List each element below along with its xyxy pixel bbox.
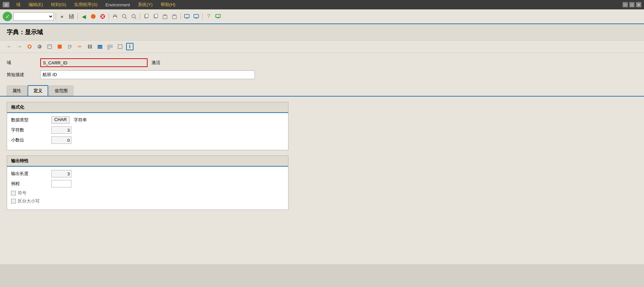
find2-button[interactable]: [130, 12, 138, 20]
svg-point-10: [122, 14, 126, 18]
menu-bar: ☰ 域 编辑(E) 转到(G) 实用程序(S) Environment 系统(Y…: [0, 0, 644, 9]
svg-point-3: [91, 14, 96, 19]
copy1-button[interactable]: [142, 12, 150, 20]
copy2-button[interactable]: [152, 12, 160, 20]
svg-rect-22: [184, 14, 189, 18]
tool7-button[interactable]: [86, 43, 94, 51]
maximize-button[interactable]: □: [629, 2, 635, 7]
toolbar-dropdown[interactable]: [13, 12, 54, 20]
svg-line-11: [125, 17, 127, 19]
tool4-button[interactable]: [56, 43, 64, 51]
svg-rect-35: [58, 45, 62, 49]
svg-rect-28: [216, 15, 220, 17]
tabs-container: 属性 定义 值范围: [0, 85, 644, 97]
output-group: 输出特性 输出长度 例程 符号 区分大: [7, 156, 288, 210]
tool6-button[interactable]: ✏: [76, 43, 84, 51]
svg-point-12: [132, 14, 135, 18]
svg-rect-15: [145, 14, 148, 17]
datatype-value: CHAR: [51, 116, 70, 124]
svg-point-30: [29, 46, 31, 48]
minimize-button[interactable]: ─: [623, 2, 628, 7]
app-icon: ☰: [3, 2, 9, 7]
paste2-button[interactable]: [170, 12, 178, 20]
svg-rect-25: [195, 18, 197, 18]
back-button[interactable]: ◀: [80, 12, 88, 20]
svg-rect-37: [88, 45, 90, 49]
datatype-row: 数据类型 CHAR 字符串: [11, 116, 284, 124]
charcount-label: 字符数: [11, 127, 51, 133]
outlength-row: 输出长度: [11, 170, 284, 177]
svg-rect-45: [118, 45, 122, 49]
close-button[interactable]: ✕: [636, 2, 641, 7]
back-skip-button[interactable]: «: [58, 12, 66, 20]
sub-toolbar: ← → ✏ i: [0, 41, 644, 53]
monitor-button[interactable]: [214, 12, 222, 20]
decimal-label: 小数位: [11, 137, 51, 143]
domain-status: 激活: [152, 60, 160, 66]
info-button[interactable]: i: [126, 43, 133, 50]
tab-range[interactable]: 值范围: [49, 85, 73, 96]
case-checkbox[interactable]: [11, 199, 16, 204]
svg-rect-39: [98, 45, 102, 46]
tool2-button[interactable]: [36, 43, 44, 51]
charcount-input[interactable]: [51, 126, 71, 134]
case-label: 区分大小写: [18, 198, 40, 204]
screen1-button[interactable]: [183, 12, 191, 20]
routine-input[interactable]: [51, 180, 71, 187]
tool10-button[interactable]: [116, 43, 124, 51]
tool5-button[interactable]: [66, 43, 74, 51]
confirm-button[interactable]: ✓: [3, 12, 12, 21]
svg-rect-2: [70, 16, 73, 18]
cancel-button[interactable]: [99, 12, 107, 20]
desc-label: 简短描述: [7, 72, 40, 78]
svg-rect-8: [114, 14, 116, 16]
format-group: 格式化 数据类型 CHAR 字符串 字符数 小数位: [7, 102, 288, 150]
window-controls: ─ □ ✕: [623, 2, 641, 7]
menu-help[interactable]: 帮助(H): [159, 1, 177, 8]
tool9-button[interactable]: [106, 43, 114, 51]
menu-utilities[interactable]: 实用程序(S): [73, 1, 99, 8]
save-button[interactable]: [67, 12, 75, 20]
form-area: 域 激活 简短描述: [0, 53, 644, 85]
flag-button[interactable]: [89, 12, 97, 20]
tool3-button[interactable]: [46, 43, 54, 51]
separator-3: [109, 13, 109, 20]
separator-2: [77, 13, 78, 20]
content-area: 字典：显示域 ← → ✏ i: [0, 24, 644, 264]
nav-forward-button[interactable]: →: [15, 43, 23, 51]
svg-line-13: [135, 17, 136, 19]
help-button[interactable]: ?: [205, 12, 213, 20]
domain-input[interactable]: [40, 58, 148, 67]
svg-rect-42: [108, 45, 112, 46]
tool1-button[interactable]: [25, 43, 34, 51]
svg-rect-41: [98, 48, 102, 49]
svg-rect-9: [114, 17, 116, 18]
outlength-input[interactable]: [51, 170, 71, 177]
tool8-button[interactable]: [96, 43, 104, 51]
tab-def[interactable]: 定义: [28, 85, 48, 96]
menu-system[interactable]: 系统(Y): [137, 1, 154, 8]
datatype-label: 数据类型: [11, 117, 51, 123]
sign-checkbox[interactable]: [11, 191, 16, 195]
separator-4: [140, 13, 140, 20]
menu-environment[interactable]: Environment: [104, 2, 131, 8]
svg-rect-40: [98, 46, 102, 47]
svg-rect-24: [194, 14, 199, 18]
screen2-button[interactable]: [192, 12, 200, 20]
paste1-button[interactable]: [161, 12, 169, 20]
main-toolbar: ✓ « ◀ ?: [0, 9, 644, 24]
menu-goto[interactable]: 转到(G): [50, 1, 67, 8]
menu-edit[interactable]: 编辑(E): [27, 1, 44, 8]
print-button[interactable]: [111, 12, 119, 20]
domain-label: 域: [7, 60, 40, 66]
tab-attr[interactable]: 属性: [7, 85, 27, 96]
svg-rect-43: [108, 47, 112, 48]
find1-button[interactable]: [120, 12, 128, 20]
nav-back-button[interactable]: ←: [5, 43, 13, 51]
separator-5: [180, 13, 181, 20]
menu-domain[interactable]: 域: [15, 1, 22, 8]
decimal-input[interactable]: [51, 136, 71, 144]
svg-rect-1: [70, 14, 72, 16]
desc-input[interactable]: [40, 70, 255, 79]
svg-rect-38: [90, 45, 92, 49]
